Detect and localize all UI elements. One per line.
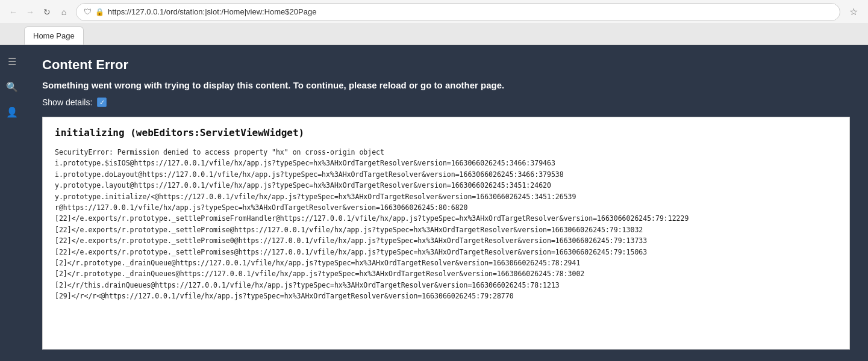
- error-title: Content Error: [42, 57, 850, 73]
- sidebar-search-icon[interactable]: 🔍: [2, 76, 22, 97]
- show-details-label: Show details:: [42, 97, 92, 107]
- home-page-tab[interactable]: Home Page: [24, 26, 84, 45]
- error-banner: Content Error Something went wrong with …: [24, 45, 868, 117]
- show-details-row: Show details: ✓: [42, 97, 850, 107]
- error-stack-trace: SecurityError: Permission denied to acce…: [55, 147, 837, 301]
- tab-label: Home Page: [33, 31, 75, 40]
- error-detail-box[interactable]: initializing (webEditors:ServietViewWidg…: [42, 117, 850, 350]
- error-detail-title: initializing (webEditors:ServietViewWidg…: [55, 127, 837, 138]
- tab-bar: Home Page: [0, 24, 868, 45]
- bookmark-button[interactable]: ☆: [845, 4, 862, 20]
- reload-button[interactable]: ↻: [40, 5, 54, 19]
- sidebar-menu-icon[interactable]: ☰: [2, 51, 22, 72]
- nav-buttons: ← → ↻ ⌂: [6, 5, 71, 19]
- browser-toolbar: ← → ↻ ⌂ 🛡 🔒 https://127.0.0.1/ord/statio…: [0, 0, 868, 24]
- forward-button[interactable]: →: [23, 5, 37, 19]
- lock-icon: 🔒: [95, 8, 104, 16]
- address-url: https://127.0.0.1/ord/station:|slot:/Hom…: [108, 7, 832, 16]
- browser-chrome: ← → ↻ ⌂ 🛡 🔒 https://127.0.0.1/ord/statio…: [0, 0, 868, 45]
- error-message: Something went wrong with trying to disp…: [42, 80, 850, 90]
- home-button[interactable]: ⌂: [57, 5, 71, 19]
- shield-icon: 🛡: [84, 7, 92, 16]
- content-area: Content Error Something went wrong with …: [24, 45, 868, 361]
- address-bar[interactable]: 🛡 🔒 https://127.0.0.1/ord/station:|slot:…: [76, 3, 840, 21]
- sidebar: ☰ 🔍 👤: [0, 45, 24, 361]
- sidebar-user-icon[interactable]: 👤: [2, 102, 22, 122]
- show-details-checkbox[interactable]: ✓: [97, 97, 107, 107]
- back-button[interactable]: ←: [6, 5, 20, 19]
- main-layout: ☰ 🔍 👤 Content Error Something went wrong…: [0, 45, 868, 361]
